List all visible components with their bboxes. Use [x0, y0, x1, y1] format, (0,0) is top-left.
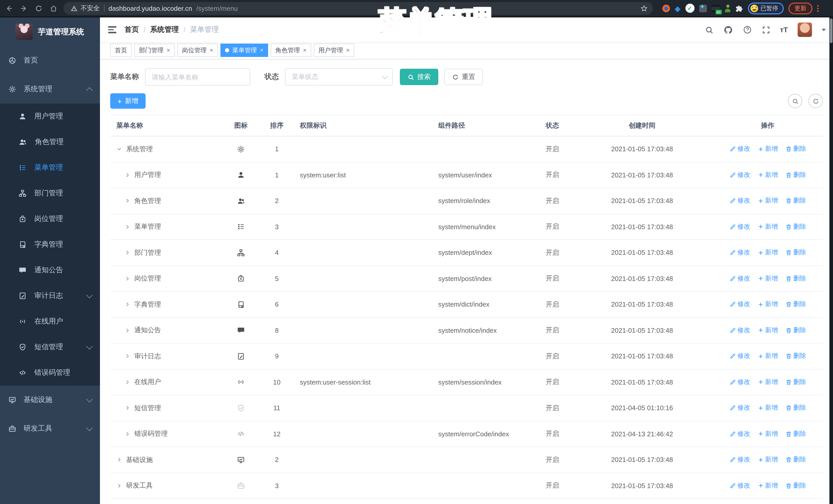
collapse-caret-icon[interactable] — [124, 328, 130, 333]
add-link[interactable]: 新增 — [757, 274, 778, 283]
fullscreen-icon[interactable] — [761, 25, 770, 34]
browser-back-icon[interactable] — [5, 4, 13, 12]
add-link[interactable]: 新增 — [757, 326, 778, 335]
github-icon[interactable] — [723, 25, 733, 34]
delete-link[interactable]: 删除 — [785, 248, 806, 257]
sidebar-item-infra[interactable]: 基础设施 — [0, 386, 100, 414]
delete-link[interactable]: 删除 — [785, 300, 806, 309]
sidebar-item-gear[interactable]: 系统管理 — [0, 75, 100, 103]
status-select[interactable]: 菜单状态 — [285, 68, 392, 86]
collapse-caret-icon[interactable] — [124, 405, 130, 411]
reset-button[interactable]: 重置 — [445, 69, 483, 85]
add-link[interactable]: 新增 — [757, 404, 778, 412]
delete-link[interactable]: 删除 — [785, 326, 806, 335]
sidebar-item-tool[interactable]: 研发工具 — [0, 414, 100, 443]
green-shield-extension-icon[interactable]: ✓ — [685, 4, 694, 13]
collapse-caret-icon[interactable] — [124, 379, 130, 385]
add-link[interactable]: 新增 — [757, 481, 778, 490]
collapse-caret-icon[interactable] — [116, 483, 122, 488]
delete-link[interactable]: 删除 — [785, 456, 806, 464]
tab-部门管理[interactable]: 部门管理× — [134, 44, 175, 57]
blue-gem-extension-icon[interactable]: ◆ — [674, 4, 681, 12]
add-button[interactable]: + 新增 — [110, 93, 146, 109]
add-link[interactable]: 新增 — [757, 197, 778, 205]
edit-link[interactable]: 修改 — [729, 300, 750, 309]
sidebar-item-users[interactable]: 角色管理 — [0, 129, 100, 155]
user-menu-caret-icon[interactable] — [822, 28, 826, 31]
edit-link[interactable]: 修改 — [729, 197, 750, 205]
delete-link[interactable]: 删除 — [785, 274, 806, 283]
delete-link[interactable]: 删除 — [785, 145, 806, 153]
delete-link[interactable]: 删除 — [785, 378, 806, 387]
sidebar-item-menu[interactable]: 菜单管理 — [0, 155, 100, 181]
collapse-caret-icon[interactable] — [124, 198, 130, 204]
edit-link[interactable]: 修改 — [729, 404, 750, 412]
tab-菜单管理[interactable]: 菜单管理× — [220, 44, 268, 57]
collapse-caret-icon[interactable] — [124, 276, 130, 282]
address-bar[interactable]: 不安全 dashboard.yudao.iocoder.cn/system/me… — [64, 2, 653, 15]
paused-profile-badge[interactable]: 已暂停 — [748, 2, 784, 14]
font-size-icon[interactable]: тT — [780, 26, 788, 34]
edit-link[interactable]: 修改 — [729, 274, 750, 283]
bookmark-star-icon[interactable] — [640, 4, 648, 12]
browser-forward-icon[interactable] — [20, 4, 28, 12]
add-link[interactable]: 新增 — [757, 300, 778, 309]
tab-close-icon[interactable]: × — [167, 47, 170, 53]
edit-link[interactable]: 修改 — [729, 222, 750, 231]
breadcrumb-item[interactable]: 首页 — [124, 25, 139, 34]
tab-岗位管理[interactable]: 岗位管理× — [177, 44, 218, 57]
tab-close-icon[interactable]: × — [346, 47, 350, 53]
add-link[interactable]: 新增 — [757, 171, 778, 179]
tab-close-icon[interactable]: × — [210, 47, 213, 53]
expand-caret-icon[interactable] — [116, 146, 122, 152]
delete-link[interactable]: 删除 — [785, 171, 806, 179]
edit-link[interactable]: 修改 — [729, 481, 750, 490]
collapse-caret-icon[interactable] — [124, 431, 130, 437]
app-logo[interactable]: 芋道管理系统 — [0, 18, 100, 46]
tab-角色管理[interactable]: 角色管理× — [271, 44, 311, 57]
add-link[interactable]: 新增 — [757, 378, 778, 387]
breadcrumb-item[interactable]: 系统管理 — [150, 25, 179, 34]
collapse-caret-icon[interactable] — [116, 457, 122, 463]
edit-link[interactable]: 修改 — [729, 248, 750, 257]
scrollbar-thumb[interactable] — [830, 19, 832, 43]
sidebar-toggle-icon[interactable] — [100, 18, 124, 42]
tab-首页[interactable]: 首页 — [110, 44, 132, 57]
delete-link[interactable]: 删除 — [785, 222, 806, 231]
add-link[interactable]: 新增 — [757, 222, 778, 231]
green-avatar-extension-icon[interactable] — [724, 4, 731, 12]
browser-home-icon[interactable] — [50, 4, 57, 12]
delete-link[interactable]: 删除 — [785, 404, 806, 412]
edit-link[interactable]: 修改 — [729, 326, 750, 335]
edit-link[interactable]: 修改 — [729, 378, 750, 387]
panel-extension-icon[interactable] — [699, 4, 707, 12]
sidebar-item-post[interactable]: 岗位管理 — [0, 206, 100, 232]
edit-link[interactable]: 修改 — [729, 145, 750, 153]
add-link[interactable]: 新增 — [757, 456, 778, 464]
extensions-puzzle-icon[interactable] — [735, 4, 743, 12]
collapse-caret-icon[interactable] — [124, 250, 130, 256]
edit-link[interactable]: 修改 — [729, 430, 750, 438]
refresh-table-button[interactable] — [808, 94, 823, 108]
search-button[interactable]: 搜索 — [400, 69, 438, 85]
sidebar-item-online[interactable]: 在线用户 — [0, 309, 100, 334]
sidebar-item-shield[interactable]: 短信管理 — [0, 334, 100, 360]
collapse-caret-icon[interactable] — [124, 354, 130, 359]
edit-link[interactable]: 修改 — [729, 352, 750, 361]
add-link[interactable]: 新增 — [757, 248, 778, 257]
orange-donut-extension-icon[interactable] — [662, 4, 670, 12]
sidebar-item-message[interactable]: 通知公告 — [0, 257, 100, 283]
sidebar-item-dict[interactable]: 字典管理 — [0, 232, 100, 257]
page-scrollbar[interactable] — [829, 18, 833, 504]
tab-close-icon[interactable]: × — [260, 47, 263, 53]
sidebar-item-tree[interactable]: 部门管理 — [0, 181, 100, 206]
user-avatar[interactable] — [798, 23, 812, 37]
overflow-menu-icon[interactable] — [817, 5, 819, 11]
add-link[interactable]: 新增 — [757, 145, 778, 153]
delete-link[interactable]: 删除 — [785, 481, 806, 490]
tab-用户管理[interactable]: 用户管理× — [314, 44, 354, 57]
delete-link[interactable]: 删除 — [785, 197, 806, 205]
list-on-extension-icon[interactable]: on — [711, 5, 719, 11]
sidebar-item-log[interactable]: 审计日志 — [0, 283, 100, 309]
collapse-caret-icon[interactable] — [124, 172, 130, 178]
